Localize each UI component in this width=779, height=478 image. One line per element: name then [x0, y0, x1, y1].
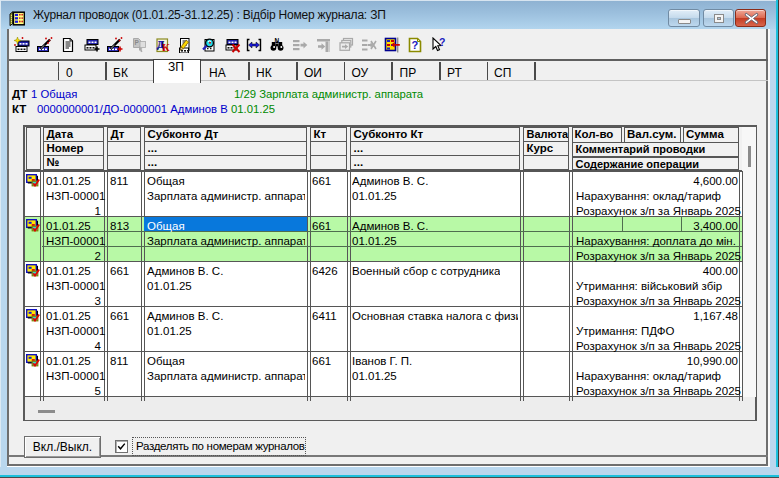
- svg-text:P: P: [135, 39, 140, 46]
- svg-text:?: ?: [439, 37, 445, 48]
- svg-text:?: ?: [412, 39, 419, 51]
- svg-text:К: К: [162, 42, 170, 53]
